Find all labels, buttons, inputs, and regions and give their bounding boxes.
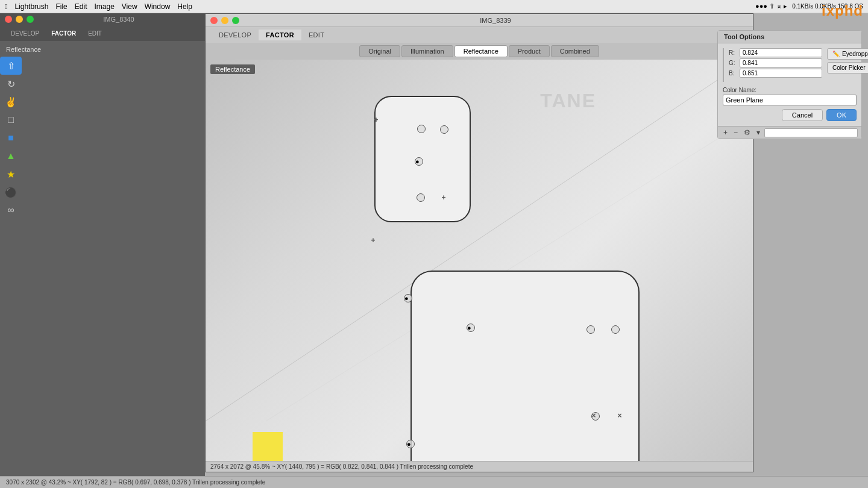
menu-image[interactable]: Image: [94, 2, 114, 11]
color-swatch-area: R: G: B: ✏️ Eyedrop: [723, 48, 857, 82]
ctrl-pt-b1[interactable]: ●: [404, 294, 412, 302]
minimize-button[interactable]: [16, 16, 23, 23]
second-window-nav: DEVELOP FACTOR EDIT: [206, 27, 753, 43]
r-label: R:: [729, 49, 737, 56]
menu-window[interactable]: Window: [145, 2, 171, 11]
ctrl-pt-2[interactable]: [417, 125, 426, 133]
image-area[interactable]: Reflectance + ● + +: [206, 60, 753, 461]
g-row: G:: [729, 58, 822, 67]
menubar:  Lightbrush File Edit Image View Window…: [0, 0, 868, 13]
yellow-note-large: [253, 432, 283, 461]
dropdown-btn[interactable]: ▾: [755, 128, 762, 137]
ctrl-pt-6[interactable]: +: [439, 193, 448, 202]
tool-options-body: R: G: B: ✏️ Eyedrop: [718, 43, 861, 126]
first-window-title: IMG_8340: [37, 16, 200, 23]
rgb-fields: R: G: B:: [729, 48, 822, 82]
g-label: G:: [729, 60, 737, 66]
ctrl-pt-b8[interactable]: ●: [406, 440, 415, 448]
close-button[interactable]: [5, 16, 12, 23]
remove-btn[interactable]: −: [732, 128, 740, 137]
sw-tab-develop[interactable]: DEVELOP: [212, 30, 259, 40]
ctrl-pt-b6[interactable]: ×: [590, 411, 598, 420]
ctrl-pt-5[interactable]: [417, 193, 425, 202]
sw-tab-factor[interactable]: FACTOR: [259, 30, 301, 40]
ctrl-pt-1[interactable]: +: [372, 116, 380, 124]
color-picker-button[interactable]: Color Picker: [827, 62, 868, 74]
menu-edit[interactable]: Edit: [75, 2, 87, 11]
view-reflectance[interactable]: Reflectance: [454, 45, 508, 57]
menu-help[interactable]: Help: [177, 2, 192, 11]
ctrl-pt-b4[interactable]: [611, 325, 620, 334]
ctrl-pt-4[interactable]: ●: [415, 157, 423, 166]
tool-options-title: Tool Options: [718, 31, 861, 43]
door-panel-bottom: [410, 271, 640, 461]
first-window-nav: DEVELOP FACTOR EDIT: [0, 25, 205, 41]
ctrl-pt-b7[interactable]: ×: [615, 411, 624, 420]
b-input[interactable]: [740, 69, 822, 78]
add-btn[interactable]: +: [722, 128, 729, 137]
cancel-button[interactable]: Cancel: [782, 109, 823, 121]
ctrl-pt-b2[interactable]: ●: [467, 324, 475, 332]
sw-tab-edit[interactable]: EDIT: [301, 30, 332, 40]
view-product[interactable]: Product: [509, 45, 550, 57]
image-overlay-label: Reflectance: [210, 64, 255, 74]
app-container: IMG_8340 DEVELOP FACTOR EDIT Reflectance…: [0, 13, 868, 488]
b-row: B:: [729, 69, 822, 78]
g-input[interactable]: [740, 58, 822, 67]
app-status-bar: 3070 x 2302 @ 43.2% ~ XY( 1792, 82 ) = R…: [0, 476, 868, 488]
status-bar: 2764 x 2072 @ 45.8% ~ XY( 1440, 795 ) = …: [206, 461, 753, 472]
color-action-btns: ✏️ Eyedropper Color Picker: [827, 48, 868, 82]
fullscreen-button[interactable]: [27, 16, 34, 23]
app-status-text: 3070 x 2302 @ 43.2% ~ XY( 1792, 82 ) = R…: [6, 479, 265, 486]
fw-tab-factor[interactable]: FACTOR: [45, 28, 82, 39]
menu-view[interactable]: View: [122, 2, 137, 11]
ctrl-pt-3[interactable]: [440, 125, 448, 134]
tool-rect[interactable]: □: [0, 111, 22, 129]
settings-btn[interactable]: ⚙: [742, 128, 752, 137]
color-name-input[interactable]: [723, 95, 857, 105]
ctrl-pt-mid[interactable]: +: [369, 236, 377, 245]
tool-path[interactable]: ∞: [0, 201, 22, 219]
tool-select[interactable]: ⇧: [0, 57, 22, 75]
toolbox: ⇧ ↻ ✌ □ ■ ▲ ★ ⚫ ∞: [0, 57, 205, 219]
r-row: R:: [729, 48, 822, 57]
tool-hand[interactable]: ✌: [0, 93, 22, 111]
b-label: B:: [729, 70, 737, 77]
tane-logo: TANE: [540, 90, 596, 112]
tool-erase[interactable]: ⚫: [0, 183, 22, 201]
tool-options-panel: Tool Options R: G: B:: [717, 30, 862, 139]
tool-paint[interactable]: ▲: [0, 147, 22, 165]
view-original[interactable]: Original: [359, 45, 400, 57]
bottom-toolbar: + − ⚙ ▾: [718, 126, 861, 139]
view-illumination[interactable]: Illumination: [401, 45, 453, 57]
menu-file[interactable]: File: [55, 2, 67, 11]
tool-rotate[interactable]: ↻: [0, 75, 22, 93]
color-name-section: Color Name:: [723, 87, 857, 109]
sw-fullscreen[interactable]: [232, 17, 239, 24]
fw-tab-develop[interactable]: DEVELOP: [5, 28, 45, 39]
sw-close[interactable]: [210, 17, 218, 24]
sw-minimize[interactable]: [221, 17, 228, 24]
app-name[interactable]: Lightbrush: [14, 2, 48, 11]
canvas[interactable]: Reflectance + ● + +: [206, 60, 753, 461]
eyedropper-icon: ✏️: [832, 51, 840, 57]
view-tabs: Original Illumination Reflectance Produc…: [206, 43, 753, 60]
second-window-titlebar: IMG_8339: [206, 14, 753, 27]
view-combined[interactable]: Combined: [551, 45, 599, 57]
ok-button[interactable]: OK: [826, 109, 857, 121]
ctrl-pt-b3[interactable]: [587, 325, 595, 334]
second-window-title: IMG_8339: [243, 17, 748, 24]
apple-menu[interactable]: : [5, 2, 7, 11]
tool-brush[interactable]: ★: [0, 165, 22, 183]
eyedropper-button[interactable]: ✏️ Eyedropper: [827, 48, 868, 60]
r-input[interactable]: [740, 48, 822, 57]
color-name-label: Color Name:: [723, 87, 857, 93]
tool-color[interactable]: ■: [0, 129, 22, 147]
status-text: 2764 x 2072 @ 45.8% ~ XY( 1440, 795 ) = …: [210, 463, 473, 470]
dialog-buttons: Cancel OK: [723, 109, 857, 121]
fw-tab-edit[interactable]: EDIT: [82, 28, 108, 39]
color-swatch[interactable]: [723, 48, 724, 82]
reflectance-label: Reflectance: [0, 41, 205, 57]
first-window: IMG_8340 DEVELOP FACTOR EDIT Reflectance…: [0, 13, 205, 488]
panel-input[interactable]: [764, 128, 858, 137]
